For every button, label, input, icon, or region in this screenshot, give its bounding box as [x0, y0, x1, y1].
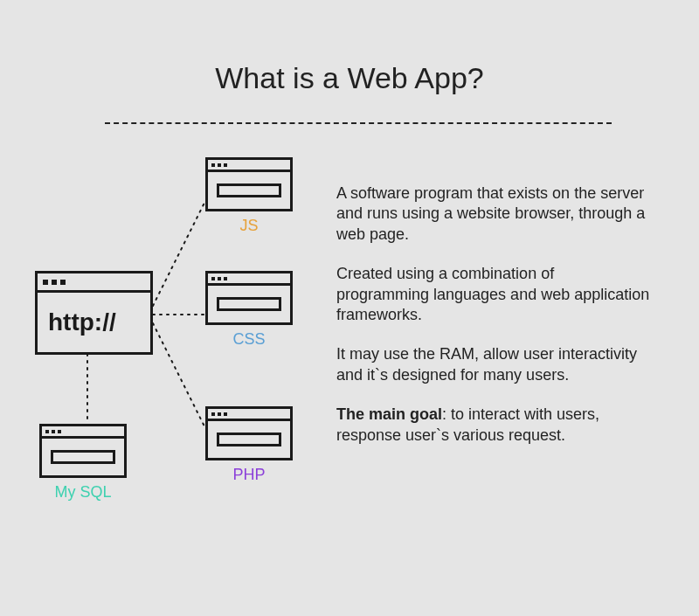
diagram-area: http:// JS CSS PHP My SQL [35, 153, 332, 537]
mysql-node-icon: My SQL [39, 424, 127, 502]
page-title: What is a Web App? [0, 61, 699, 95]
js-label: JS [205, 217, 293, 235]
js-node-icon: JS [205, 157, 293, 235]
php-label: PHP [205, 466, 293, 484]
mysql-label: My SQL [39, 483, 127, 502]
http-label: http:// [48, 308, 116, 336]
css-label: CSS [205, 330, 293, 349]
description-block: A software program that exists on the se… [336, 183, 651, 465]
svg-line-2 [153, 323, 205, 428]
paragraph-2: Created using a combination of programmi… [336, 264, 651, 325]
php-node-icon: PHP [205, 406, 293, 484]
css-node-icon: CSS [205, 271, 293, 349]
paragraph-3: It may use the RAM, allow user interacti… [336, 344, 651, 385]
paragraph-1: A software program that exists on the se… [336, 183, 651, 245]
http-window-icon: http:// [35, 271, 153, 355]
svg-line-0 [153, 201, 205, 306]
paragraph-4: The main goal: to interact with users, r… [336, 405, 651, 446]
divider [105, 122, 612, 124]
paragraph-4-bold: The main goal [336, 405, 442, 423]
